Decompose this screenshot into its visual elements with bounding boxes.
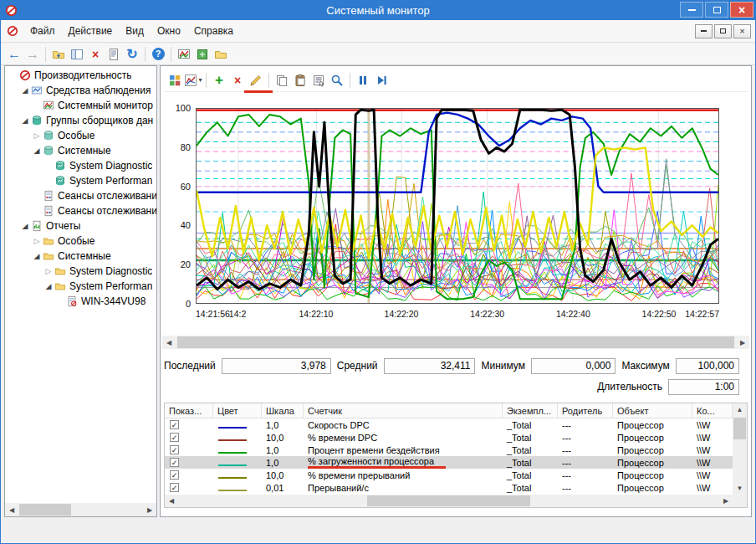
table-hscroll-track[interactable] [178,495,719,507]
freeze-display-button[interactable] [354,71,372,90]
forward-button[interactable]: → [23,45,42,64]
table-scroll-left-icon[interactable]: ◀ [165,495,178,507]
tree-item-группы-сборщиков-дан[interactable]: ◢Группы сборщиков дан [5,113,156,128]
copy-properties-button[interactable] [273,71,291,90]
close-button[interactable]: × [730,2,753,18]
table-row[interactable]: ✓1,0Скорость DPC_Total---Процессор\\W [165,418,733,431]
expander-closed-icon[interactable]: ▷ [32,237,42,245]
tree-item-system-performan[interactable]: ◢System Performan [5,279,156,294]
column-header-7[interactable]: Ко... [692,403,733,418]
time-scroll-right-icon[interactable]: ▶ [736,336,749,349]
tree-item-особые[interactable]: ▷Особые [5,128,156,143]
table-hscroll-thumb[interactable] [367,495,529,506]
show-checkbox[interactable]: ✓ [170,458,179,467]
table-vscroll-thumb[interactable] [733,418,746,439]
export-list-button[interactable] [105,45,123,64]
scroll-right-icon[interactable]: ▶ [143,503,156,516]
up-level-button[interactable] [49,45,68,64]
table-vertical-scrollbar[interactable]: ▲ ▼ [733,403,747,495]
show-checkbox[interactable]: ✓ [170,445,179,454]
update-data-button[interactable] [372,71,391,90]
child-minimize-button[interactable] [695,24,713,38]
expander-open-icon[interactable]: ◢ [32,252,42,260]
tree-item-system-diagnostic[interactable]: ▷System Diagnostic [5,264,156,279]
child-close-button[interactable]: × [733,24,751,38]
column-header-6[interactable]: Объект [613,403,692,418]
system-monitor-view-button[interactable] [175,45,193,64]
column-header-2[interactable]: Шкала [262,403,304,418]
table-row[interactable]: ✓1,0% загруженности процессора_Total---П… [165,456,733,469]
table-header[interactable]: Показ...ЦветШкалаСчетчикЭкземпл...Родите… [165,403,733,418]
tree-item-системные[interactable]: ◢Системные [5,143,156,158]
table-row[interactable]: ✓10,0% времени прерываний_Total---Процес… [165,469,733,481]
menu-file[interactable]: Файл [23,22,62,40]
tree-horizontal-scrollbar[interactable]: ◀ ▶ [5,503,156,516]
column-header-5[interactable]: Родитель [558,403,613,418]
zoom-button[interactable] [328,71,346,90]
dropdown-arrow-icon[interactable]: ▾ [198,76,202,84]
time-range-scrollbar[interactable]: ◀ ▶ [162,336,749,349]
delete-counter-button[interactable]: × [228,71,247,90]
delete-button[interactable]: × [86,45,105,64]
table-scroll-down-icon[interactable]: ▼ [733,482,747,495]
expander-open-icon[interactable]: ◢ [32,146,42,155]
show-checkbox[interactable]: ✓ [170,433,179,442]
show-checkbox[interactable]: ✓ [170,420,179,429]
view-current-activity-button[interactable] [166,71,184,90]
add-counter-button[interactable]: + [210,71,228,90]
show-checkbox[interactable]: ✓ [170,483,179,492]
time-scroll-track[interactable] [176,336,736,349]
column-header-0[interactable]: Показ... [165,403,213,418]
refresh-button[interactable]: ↻ [123,45,141,64]
tree-item-системный-монитор[interactable]: Системный монитор [5,98,156,113]
tree-item-system-performan[interactable]: System Performan [5,173,156,188]
expander-open-icon[interactable]: ◢ [20,116,30,125]
tree-item-system-diagnostic[interactable]: System Diagnostic [5,158,156,173]
show-console-tree-button[interactable] [68,45,86,64]
time-scroll-left-icon[interactable]: ◀ [162,336,176,349]
menu-window[interactable]: Окно [151,22,187,40]
column-header-4[interactable]: Экземпл... [503,403,558,418]
menu-help[interactable]: Справка [187,22,240,40]
expander-open-icon[interactable]: ◢ [20,222,30,230]
tree-item-системные[interactable]: ◢Системные [5,249,156,264]
tree-scroll-thumb[interactable] [19,504,71,516]
menu-action[interactable]: Действие [62,22,120,40]
back-button[interactable]: ← [5,45,23,64]
table-scroll-right-icon[interactable]: ▶ [719,495,733,507]
titlebar[interactable]: Системный монитор × [1,1,755,20]
highlight-button[interactable] [247,71,265,90]
table-row[interactable]: ✓10,0% времени DPC_Total---Процессор\\W [165,431,733,444]
report-folder-button[interactable] [212,45,230,64]
minimize-button[interactable] [680,2,703,18]
table-scroll-up-icon[interactable]: ▲ [733,403,747,416]
expander-closed-icon[interactable]: ▷ [43,267,54,275]
maximize-button[interactable] [705,2,728,18]
time-scroll-thumb[interactable] [177,336,734,348]
child-restore-button[interactable] [714,24,732,38]
menu-view[interactable]: Вид [119,22,151,40]
tree-item-средства-наблюдения[interactable]: ◢Средства наблюдения [5,83,156,98]
tree-item-отчеты[interactable]: ◢Отчеты [5,218,156,234]
column-header-3[interactable]: Счетчик [304,403,503,418]
properties-button[interactable] [309,71,328,90]
show-checkbox[interactable]: ✓ [170,470,179,480]
tree-item-производительность[interactable]: Производительность [5,68,156,83]
tree-scroll-track[interactable] [18,503,143,516]
expander-open-icon[interactable]: ◢ [43,282,54,290]
collector-set-button[interactable] [193,45,212,64]
paste-counter-list-button[interactable] [291,71,309,90]
tree-item-особые[interactable]: ▷Особые [5,234,156,249]
tree-item-сеансы-отслеживани[interactable]: Сеансы отслеживани [5,188,156,203]
tree-item-сеансы-отслеживани[interactable]: Сеансы отслеживани [5,203,156,218]
expander-open-icon[interactable]: ◢ [20,86,30,95]
graph-type-button[interactable]: ▾ [184,71,202,90]
expander-closed-icon[interactable]: ▷ [32,131,42,140]
scroll-left-icon[interactable]: ◀ [5,503,18,516]
help-button[interactable]: ? [149,45,167,64]
table-vscroll-track[interactable] [733,416,747,482]
column-header-1[interactable]: Цвет [213,403,262,418]
tree-item-win-344vu98[interactable]: WIN-344VU98 [5,294,156,309]
table-row[interactable]: ✓0,01Прерываний/с_Total---Процессор\\W [165,481,733,494]
table-row[interactable]: ✓1,0Процент времени бездействия_Total---… [165,444,733,456]
